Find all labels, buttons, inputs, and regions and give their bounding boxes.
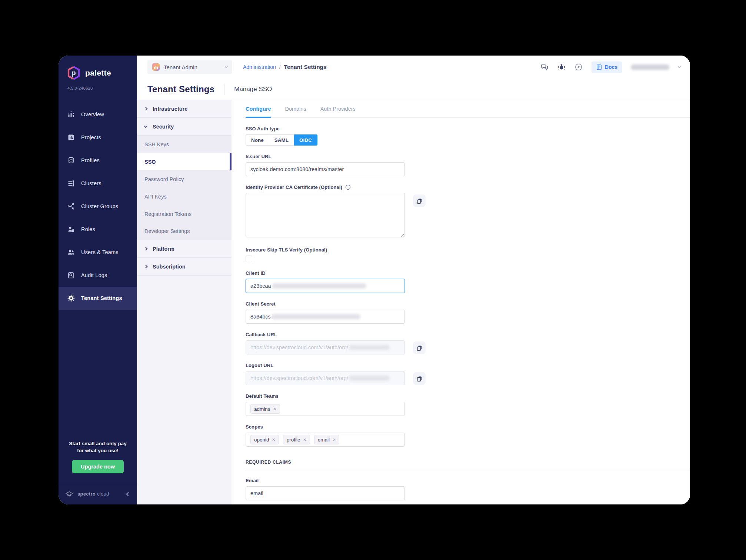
user-name-redacted[interactable] <box>631 64 669 70</box>
docs-button[interactable]: Docs <box>592 61 622 73</box>
scope-tag: openid <box>250 435 279 444</box>
scope-tag-text: openid <box>254 437 269 443</box>
info-icon[interactable] <box>345 184 351 190</box>
nav-group-platform[interactable]: Platform <box>137 240 232 258</box>
sidebar-item-roles[interactable]: Roles <box>59 218 137 241</box>
sidebar-item-label: Users & Teams <box>81 249 119 255</box>
auth-type-oidc-button[interactable]: OIDC <box>294 134 317 146</box>
remove-tag-icon[interactable] <box>272 437 275 442</box>
default-teams-input[interactable]: admins <box>246 402 405 416</box>
brand-light: cloud <box>97 491 109 497</box>
sidebar-item-audit-logs[interactable]: Audit Logs <box>59 264 137 287</box>
email-claim-input[interactable]: email <box>246 486 405 500</box>
logout-url-copy-button[interactable] <box>413 372 426 385</box>
sidebar-item-clusters[interactable]: Clusters <box>59 172 137 195</box>
sidebar-item-overview[interactable]: Overview <box>59 103 137 126</box>
explore-compass-icon[interactable] <box>575 63 583 71</box>
client-secret-redacted-value <box>272 314 360 319</box>
scope-selector-label: Tenant Admin <box>164 64 222 70</box>
settings-nav-item-ssh-keys[interactable]: SSH Keys <box>137 136 232 153</box>
ca-certificate-textarea[interactable] <box>246 193 405 237</box>
cluster-groups-icon <box>67 203 75 210</box>
client-secret-visible-value: 8a34bcs <box>250 314 271 320</box>
nav-group-security[interactable]: Security <box>137 118 232 136</box>
client-id-input[interactable]: a23bcaa <box>246 279 405 293</box>
callback-url-field: Callback URL https://dev.spectrocloud.co… <box>246 332 405 354</box>
sidebar-item-cluster-groups[interactable]: Cluster Groups <box>59 195 137 218</box>
auth-type-saml-button[interactable]: SAML <box>269 134 294 146</box>
settings-nav-item-registration-tokens[interactable]: Registration Tokens <box>137 205 232 223</box>
issuer-url-field: Issuer URL sycloak.demo.com:8080/realms/… <box>246 154 405 176</box>
chevron-left-icon <box>126 492 130 496</box>
sidebar-item-label: Clusters <box>81 180 101 186</box>
promo-text-line1: Start small and only pay <box>64 440 132 447</box>
issuer-url-input[interactable]: sycloak.demo.com:8080/realms/master <box>246 162 405 176</box>
nav-group-subscription[interactable]: Subscription <box>137 258 232 276</box>
user-menu-chevron-icon[interactable] <box>678 65 681 68</box>
spectro-cloud-wordmark: spectro cloud <box>77 491 109 497</box>
main-area: Tenant Admin Administration / Tenant Set… <box>137 56 690 504</box>
audit-logs-icon <box>67 271 75 279</box>
page-title: Tenant Settings <box>147 84 214 94</box>
logout-url-redacted-value <box>349 376 390 381</box>
scope-tag-text: profile <box>287 437 300 443</box>
settings-nav-item-api-keys[interactable]: API Keys <box>137 188 232 205</box>
logout-url-input: https://dev.spectrocloud.com/v1/auth/org… <box>246 371 405 385</box>
sidebar-item-profiles[interactable]: Profiles <box>59 149 137 172</box>
client-secret-input[interactable]: 8a34bcs <box>246 310 405 324</box>
app-version: 4.5.0-240628 <box>59 81 137 90</box>
settings-nav-item-password-policy[interactable]: Password Policy <box>137 170 232 188</box>
settings-nav-item-sso[interactable]: SSO <box>137 153 232 170</box>
sidebar-collapse-button[interactable] <box>125 491 131 497</box>
settings-nav-item-developer-settings[interactable]: Developer Settings <box>137 223 232 240</box>
copy-icon <box>417 376 422 381</box>
ca-certificate-label-text: Identity Provider CA Certificate (Option… <box>246 184 342 190</box>
users-teams-icon <box>67 249 75 256</box>
remove-tag-icon[interactable] <box>303 437 306 442</box>
nav-group-label: Subscription <box>153 264 186 270</box>
sidebar-item-users-teams[interactable]: Users & Teams <box>59 241 137 264</box>
overview-icon <box>67 111 75 118</box>
topbar: Tenant Admin Administration / Tenant Set… <box>137 56 690 79</box>
breadcrumb-current: Tenant Settings <box>284 64 327 70</box>
copy-icon <box>417 198 422 204</box>
promo-text-line2: for what you use! <box>64 447 132 454</box>
breadcrumb-separator: / <box>279 64 281 70</box>
callback-url-copy-button[interactable] <box>413 341 426 354</box>
feedback-chat-icon[interactable] <box>540 63 549 71</box>
callback-url-visible-value: https://dev.spectrocloud.com/v1/auth/org… <box>250 344 348 350</box>
auth-type-none-button[interactable]: None <box>246 134 269 146</box>
team-tag-text: admins <box>254 406 270 412</box>
sso-auth-type-segmented: None SAML OIDC <box>246 134 405 146</box>
sidebar-nav: Overview Projects Profiles Clusters <box>59 103 137 310</box>
sidebar-item-tenant-settings[interactable]: Tenant Settings <box>59 287 137 310</box>
scopes-label: Scopes <box>246 424 405 430</box>
client-id-visible-value: a23bcaa <box>250 283 271 289</box>
breadcrumb-administration-link[interactable]: Administration <box>243 64 276 70</box>
ca-certificate-copy-button[interactable] <box>413 194 426 207</box>
skip-tls-field: Insecure Skip TLS Verify (Optional) <box>246 247 405 262</box>
skip-tls-label: Insecure Skip TLS Verify (Optional) <box>246 247 405 253</box>
upgrade-now-button[interactable]: Upgrade now <box>72 460 124 473</box>
remove-tag-icon[interactable] <box>333 437 336 442</box>
profiles-icon <box>67 157 75 164</box>
scope-selector[interactable]: Tenant Admin <box>147 60 232 74</box>
remove-tag-icon[interactable] <box>273 406 276 411</box>
sidebar-item-projects[interactable]: Projects <box>59 126 137 149</box>
issuer-url-label: Issuer URL <box>246 154 405 159</box>
sidebar-item-label: Tenant Settings <box>81 295 122 301</box>
required-claims-heading: REQUIRED CLAIMS <box>246 460 291 465</box>
nav-group-infrastructure[interactable]: Infrastructure <box>137 100 232 118</box>
sidebar: p palette 4.5.0-240628 Overview Projects <box>59 56 137 504</box>
sidebar-footer: spectro cloud <box>59 483 137 504</box>
scopes-input[interactable]: openid profile email <box>246 433 405 447</box>
tab-domains[interactable]: Domains <box>285 106 306 117</box>
ca-certificate-field: Identity Provider CA Certificate (Option… <box>246 184 405 239</box>
skip-tls-checkbox[interactable] <box>246 256 252 262</box>
bug-report-icon[interactable] <box>557 63 566 71</box>
tab-configure[interactable]: Configure <box>246 106 271 118</box>
email-claim-value: email <box>250 490 263 496</box>
sidebar-item-label: Audit Logs <box>81 272 107 278</box>
sidebar-item-label: Projects <box>81 134 101 140</box>
tab-auth-providers[interactable]: Auth Providers <box>320 106 356 117</box>
